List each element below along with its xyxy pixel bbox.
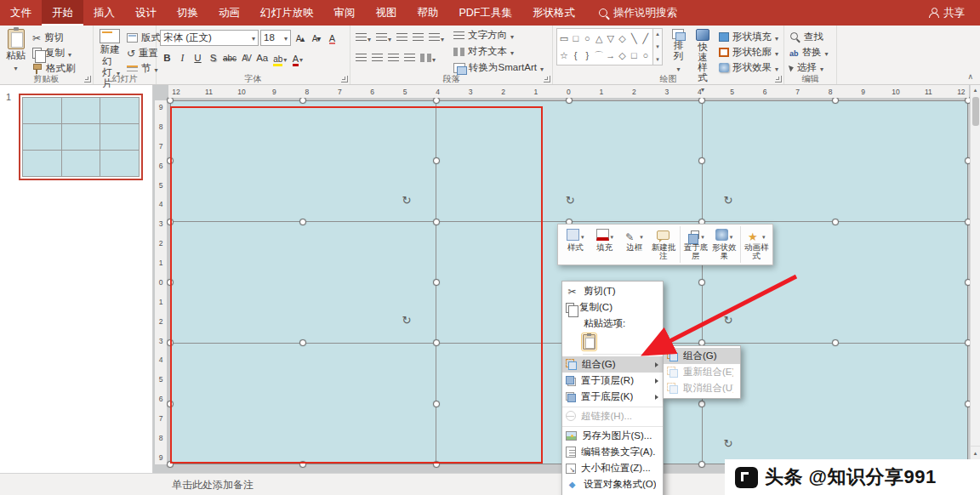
shape-gallery-item[interactable]: △ [594, 31, 604, 46]
selection-handle[interactable] [167, 97, 174, 104]
copy-button[interactable]: 复制 [31, 46, 77, 60]
context-menu-item[interactable]: 另存为图片(S)... [562, 426, 663, 444]
shape-gallery-item[interactable]: ○ [641, 48, 651, 63]
gallery-up-icon[interactable]: ▴ [656, 31, 659, 37]
ribbon-tab[interactable]: 审阅 [324, 0, 366, 26]
submenu-item[interactable]: 组合(G) [664, 348, 740, 364]
font-format-button[interactable]: AV [239, 50, 254, 65]
select-button[interactable]: 选择 [788, 60, 830, 75]
justify-button[interactable] [402, 50, 417, 65]
selection-handle[interactable] [832, 339, 839, 346]
paste-option-icon[interactable] [583, 334, 595, 350]
align-center-button[interactable] [370, 50, 385, 65]
shape-gallery-item[interactable]: ╱ [641, 31, 651, 46]
dialog-launcher-icon[interactable] [84, 76, 91, 82]
columns-button[interactable] [419, 50, 437, 65]
mini-toolbar-button[interactable]: 新建批注 [649, 226, 679, 263]
shape-gallery-item[interactable]: ☆ [559, 48, 569, 63]
line-spacing-button[interactable] [427, 30, 446, 45]
dialog-launcher-icon[interactable] [775, 76, 782, 82]
shape-gallery-item[interactable]: → [606, 48, 616, 63]
find-button[interactable]: 查找 [788, 30, 830, 44]
font-format-button[interactable]: Aa [254, 50, 270, 65]
decrease-font-size-button[interactable] [309, 30, 323, 45]
context-menu-item[interactable]: 设置对象格式(O)... [562, 476, 663, 492]
ribbon-tab[interactable]: 插入 [83, 0, 125, 26]
shape-gallery-item[interactable]: ⌒ [594, 48, 604, 63]
shape-gallery-item[interactable]: ◇ [618, 48, 628, 63]
mini-toolbar-button[interactable]: 形状效果 [709, 226, 739, 263]
context-menu-item[interactable]: 置于顶层(R) [562, 373, 663, 389]
context-menu-item[interactable]: 复制(C) [562, 299, 663, 316]
context-menu-item[interactable]: 组合(G) [562, 356, 663, 373]
vertical-scrollbar[interactable]: ▴ ▴ ▾ [970, 85, 980, 473]
increase-font-size-button[interactable] [293, 30, 307, 45]
clear-formatting-button[interactable] [325, 30, 339, 45]
shape-gallery-item[interactable]: } [582, 48, 592, 63]
ribbon-tab[interactable]: 幻灯片放映 [250, 0, 324, 26]
mini-toolbar-button[interactable]: 置于底层 [680, 226, 709, 263]
context-menu-item[interactable]: 剪切(T) [562, 283, 663, 299]
shape-gallery-item[interactable]: ╲ [629, 31, 639, 46]
share-button[interactable]: 共享 [913, 0, 980, 26]
decrease-indent-button[interactable] [395, 30, 409, 45]
selection-handle[interactable] [433, 97, 440, 104]
gallery-more-icon[interactable]: ▾ [656, 56, 659, 63]
scroll-up-icon[interactable]: ▴ [974, 85, 977, 95]
arrange-button[interactable]: 排列 [669, 28, 688, 75]
mini-toolbar-button[interactable]: 边框 [619, 226, 649, 263]
mini-toolbar-button[interactable]: 动画样式 [740, 226, 770, 263]
selection-handle[interactable] [832, 219, 839, 225]
replace-button[interactable]: 替换 [788, 45, 830, 60]
font-format-button[interactable]: B [160, 50, 174, 65]
align-left-button[interactable] [354, 50, 368, 65]
submenu-item[interactable]: 取消组合(U) [664, 380, 740, 396]
font-format-button[interactable]: I [175, 50, 190, 65]
format-painter-button[interactable]: 格式刷 [31, 61, 77, 76]
selection-handle[interactable] [832, 97, 839, 104]
rotate-handle-icon[interactable] [724, 312, 736, 324]
increase-indent-button[interactable] [411, 30, 425, 45]
font-color-button[interactable] [290, 50, 305, 65]
ribbon-tab[interactable]: 动画 [208, 0, 250, 26]
context-menu-item[interactable]: 编辑替换文字(A)... [562, 444, 663, 460]
shape-gallery-item[interactable]: { [571, 48, 581, 63]
dialog-launcher-icon[interactable] [544, 76, 550, 82]
context-menu-item[interactable]: 粘贴选项: [562, 316, 663, 332]
numbering-button[interactable] [374, 30, 393, 45]
previous-slide-button[interactable]: ▴ [971, 446, 980, 459]
scrollbar-thumb[interactable] [972, 97, 979, 126]
font-family-select[interactable]: 宋体 (正文) [160, 30, 259, 46]
ribbon-tab[interactable]: 文件 [0, 0, 42, 26]
rotate-handle-icon[interactable] [566, 192, 578, 204]
rotate-handle-icon[interactable] [724, 435, 736, 447]
ribbon-tab[interactable]: 开始 [42, 0, 83, 26]
shape-gallery-item[interactable]: ▽ [606, 31, 616, 46]
selection-handle[interactable] [698, 401, 705, 407]
font-size-select[interactable]: 18 [260, 30, 291, 46]
selection-handle[interactable] [698, 97, 705, 104]
shape-gallery-item[interactable]: □ [571, 31, 581, 46]
new-slide-button[interactable]: 新建 幻灯片 [97, 28, 122, 90]
selection-handle[interactable] [566, 97, 573, 104]
tell-me-search[interactable]: 操作说明搜索 [599, 0, 677, 26]
ribbon-tab[interactable]: 形状格式 [522, 0, 585, 26]
ribbon-tab[interactable]: PDF工具集 [449, 0, 523, 26]
font-format-button[interactable]: abc [221, 50, 238, 65]
align-text-button[interactable]: 对齐文本 [453, 44, 544, 59]
context-menu-item[interactable]: 大小和位置(Z)... [562, 460, 663, 476]
ribbon-tab[interactable]: 视图 [366, 0, 407, 26]
gallery-down-icon[interactable]: ▾ [656, 43, 659, 50]
shape-outline-button[interactable]: 形状轮廓 [717, 45, 780, 60]
paste-button[interactable]: 粘贴 [3, 28, 28, 74]
text-direction-button[interactable]: 文字方向 [453, 28, 544, 43]
ribbon-tab[interactable]: 设计 [125, 0, 167, 26]
shape-fill-button[interactable]: 形状填充 [717, 30, 780, 44]
font-format-button[interactable]: S [206, 50, 220, 65]
shape-gallery-item[interactable]: ▭ [559, 31, 569, 46]
shape-gallery-item[interactable]: ◇ [618, 31, 628, 46]
collapse-ribbon-icon[interactable]: ∧ [967, 72, 973, 81]
ribbon-tab[interactable]: 帮助 [407, 0, 449, 26]
slide-thumbnail[interactable] [19, 94, 143, 180]
context-menu-item[interactable]: 超链接(H)... [562, 407, 663, 424]
